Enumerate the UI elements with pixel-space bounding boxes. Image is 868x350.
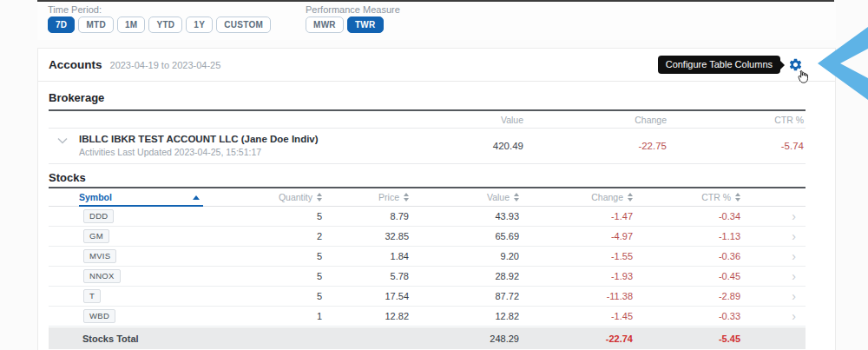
chevron-right-icon[interactable]: › (740, 250, 806, 262)
brokerage-header-change: Change (523, 115, 667, 125)
stocks-total-value: 248.29 (409, 333, 519, 344)
time-period-mtd-button[interactable]: MTD (78, 17, 114, 33)
stock-quantity: 5 (205, 291, 322, 301)
time-period-label: Time Period: (48, 4, 102, 15)
time-period-custom-button[interactable]: CUSTOM (216, 17, 271, 33)
symbol-badge: DDD (83, 209, 114, 223)
account-last-updated: Activities Last Updated 2023-04-25, 15:5… (79, 147, 319, 157)
chevron-right-icon[interactable]: › (740, 290, 806, 302)
stock-quantity: 2 (205, 231, 322, 241)
stock-row-gm[interactable]: GM 2 32.85 65.69 -4.97 -1.13 › (49, 227, 806, 247)
filter-bar: Time Period: 7D MTD 1M YTD 1Y CUSTOM Per… (37, 2, 836, 40)
gear-icon[interactable] (788, 57, 803, 72)
configure-columns-tooltip: Configure Table Columns (658, 56, 780, 74)
performance-mwr-button[interactable]: MWR (306, 17, 344, 33)
active-sort-underline (79, 205, 203, 207)
column-header-symbol[interactable]: Symbol (49, 188, 205, 206)
stock-change: -1.47 (519, 211, 633, 221)
stock-row-nnox[interactable]: NNOX 5 5.78 28.92 -1.93 -0.45 › (49, 267, 806, 287)
stock-price: 5.78 (322, 271, 409, 281)
stock-row-t[interactable]: T 5 17.54 87.72 -11.38 -2.89 › (49, 287, 806, 307)
stock-value: 9.20 (409, 251, 519, 261)
stock-price: 17.54 (322, 291, 409, 301)
symbol-badge: GM (83, 229, 109, 243)
stock-ctr: -0.36 (633, 251, 740, 261)
sort-asc-icon (193, 195, 200, 200)
sort-icon (735, 193, 740, 201)
brokerage-account-row[interactable]: IBLLC IBKR TEST ACCOUNT LLC (Jane Doe In… (49, 129, 806, 164)
symbol-badge: WBD (83, 309, 115, 323)
chevron-down-icon[interactable] (57, 137, 68, 144)
account-ctr: -5.74 (667, 141, 806, 151)
column-header-price[interactable]: Price (322, 192, 409, 202)
stock-price: 32.85 (322, 231, 409, 241)
stock-row-ddd[interactable]: DDD 5 8.79 43.93 -1.47 -0.34 › (49, 207, 806, 227)
stock-change: -4.97 (519, 231, 633, 241)
performance-twr-button[interactable]: TWR (347, 17, 384, 33)
stock-change: -1.55 (519, 251, 633, 261)
stock-price: 8.79 (322, 211, 409, 221)
account-change: -22.75 (523, 141, 667, 151)
stock-value: 12.82 (409, 311, 519, 321)
symbol-badge: T (83, 289, 101, 303)
accounts-card-header: Accounts 2023-04-19 to 2023-04-25 Config… (38, 49, 835, 82)
time-period-1y-button[interactable]: 1Y (186, 17, 213, 33)
column-header-change[interactable]: Change (519, 192, 633, 202)
chevron-right-icon[interactable]: › (740, 230, 806, 242)
stocks-total-change: -22.74 (519, 333, 633, 344)
column-header-quantity[interactable]: Quantity (205, 192, 322, 202)
stocks-total-ctr: -5.45 (633, 333, 740, 344)
stocks-title: Stocks (49, 171, 825, 184)
brokerage-section: Brokerage Value Change CTR % IBLLC IBKR … (38, 91, 835, 164)
time-period-ytd-button[interactable]: YTD (148, 17, 182, 33)
stocks-total-label: Stocks Total (49, 333, 205, 344)
stock-ctr: -0.34 (633, 211, 740, 221)
account-name: IBLLC IBKR TEST ACCOUNT LLC (Jane Doe In… (79, 134, 319, 144)
accounts-title: Accounts (49, 58, 102, 71)
stock-quantity: 5 (205, 251, 322, 261)
accounts-card: Accounts 2023-04-19 to 2023-04-25 Config… (37, 48, 836, 350)
time-period-1m-button[interactable]: 1M (117, 17, 146, 33)
stock-quantity: 5 (205, 211, 322, 221)
stock-value: 28.92 (409, 271, 519, 281)
brokerage-header-row: Value Change CTR % (49, 111, 806, 129)
stock-ctr: -2.89 (633, 291, 740, 301)
brokerage-title: Brokerage (49, 91, 825, 104)
time-period-7d-button[interactable]: 7D (48, 17, 75, 33)
performance-measure-label: Performance Measure (306, 4, 400, 15)
performance-measure-group: MWR TWR (306, 17, 384, 33)
stock-change: -1.93 (519, 271, 633, 281)
annotation-chevron-left (814, 27, 868, 100)
symbol-badge: MVIS (83, 249, 116, 263)
symbol-badge: NNOX (83, 269, 121, 283)
chevron-right-icon[interactable]: › (740, 310, 806, 322)
stock-change: -1.45 (519, 311, 633, 321)
stock-quantity: 5 (205, 271, 322, 281)
stock-row-mvis[interactable]: MVIS 5 1.84 9.20 -1.55 -0.36 › (49, 247, 806, 267)
stock-ctr: -1.13 (633, 231, 740, 241)
stock-ctr: -0.33 (633, 311, 740, 321)
stock-value: 65.69 (409, 231, 519, 241)
account-value: 420.49 (380, 141, 523, 151)
brokerage-header-value: Value (380, 115, 523, 125)
stock-price: 12.82 (322, 311, 409, 321)
chevron-right-icon[interactable]: › (740, 270, 806, 282)
stock-ctr: -0.45 (633, 271, 740, 281)
column-header-ctr[interactable]: CTR % (633, 192, 740, 202)
stock-quantity: 1 (205, 311, 322, 321)
time-period-group: 7D MTD 1M YTD 1Y CUSTOM (48, 17, 271, 33)
date-range: 2023-04-19 to 2023-04-25 (110, 60, 221, 70)
stock-row-wbd[interactable]: WBD 1 12.82 12.82 -1.45 -0.33 › (49, 307, 806, 327)
stock-price: 1.84 (322, 251, 409, 261)
stock-value: 43.93 (409, 211, 519, 221)
stocks-section: Stocks Symbol Quantity Price Value Chang… (38, 171, 835, 349)
stock-value: 87.72 (409, 291, 519, 301)
chevron-right-icon[interactable]: › (740, 210, 806, 222)
column-header-value[interactable]: Value (409, 192, 519, 202)
stocks-total-row: Stocks Total 248.29 -22.74 -5.45 (49, 327, 806, 349)
stocks-header-row: Symbol Quantity Price Value Change CTR % (49, 188, 806, 207)
stock-change: -11.38 (519, 291, 633, 301)
brokerage-header-ctr: CTR % (667, 115, 806, 125)
